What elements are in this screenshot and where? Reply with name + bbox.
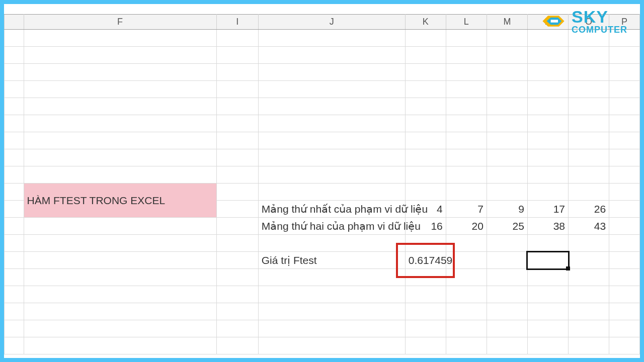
col-header-I[interactable]: I xyxy=(216,15,258,30)
label-array1[interactable]: Mảng thứ nhất của phạm vi dữ liệu xyxy=(258,201,405,218)
array2-N[interactable]: 38 xyxy=(527,218,568,235)
array1-O[interactable]: 26 xyxy=(569,201,609,218)
array2-M[interactable]: 25 xyxy=(487,218,527,235)
grid-table[interactable]: F I J K L M N O P xyxy=(4,14,640,354)
col-header-L[interactable]: L xyxy=(446,15,487,30)
array1-N[interactable]: 17 xyxy=(527,201,568,218)
label-ftest[interactable]: Giá trị Ftest xyxy=(258,252,405,269)
logo: SKY COMPUTER xyxy=(539,8,627,34)
logo-icon xyxy=(539,12,568,30)
col-header-J[interactable]: J xyxy=(258,15,405,30)
select-all-corner[interactable] xyxy=(5,15,24,30)
array1-L[interactable]: 7 xyxy=(446,201,487,218)
array2-L[interactable]: 20 xyxy=(446,218,487,235)
selected-cell-N[interactable] xyxy=(527,252,568,269)
array1-M[interactable]: 9 xyxy=(487,201,527,218)
col-header-F[interactable]: F xyxy=(24,15,216,30)
logo-text-sky: SKY xyxy=(572,8,627,25)
logo-text-computer: COMPUTER xyxy=(572,25,627,34)
app-frame: SKY COMPUTER F I J K L M N O xyxy=(0,0,644,362)
col-header-K[interactable]: K xyxy=(405,15,446,30)
array2-O[interactable]: 43 xyxy=(569,218,609,235)
col-header-M[interactable]: M xyxy=(487,15,527,30)
title-cell[interactable]: HÀM FTEST TRONG EXCEL xyxy=(24,184,216,218)
spreadsheet[interactable]: F I J K L M N O P xyxy=(4,14,640,358)
svg-rect-1 xyxy=(551,20,558,22)
ftest-value-cell[interactable]: 0.617459 xyxy=(405,252,446,269)
label-array2[interactable]: Mảng thứ hai của phạm vi dữ liệu xyxy=(258,218,405,235)
